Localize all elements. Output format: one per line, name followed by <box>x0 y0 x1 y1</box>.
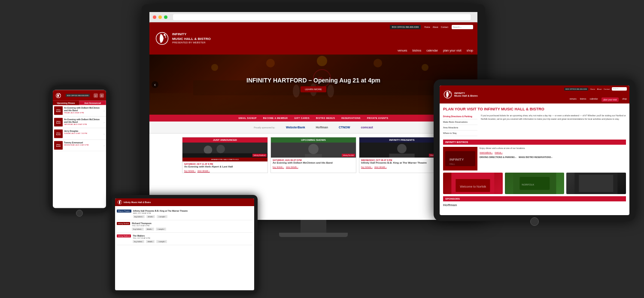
subnav-member[interactable]: BECOME A MEMBER <box>263 117 288 119</box>
topbar-link-about[interactable]: About <box>433 26 438 28</box>
tablet-topbar-about[interactable]: About <box>597 88 601 90</box>
tablet-bistro-text: Enjoy dinner and a show at one of our lo… <box>480 147 626 149</box>
tablet-sponsors-header: SPONSORS <box>443 196 626 201</box>
phone-show-arrow-2[interactable]: › <box>103 118 105 127</box>
tablet-home-button[interactable] <box>530 217 539 226</box>
site-header: INFINITYMusic Hall & Bistropresented by … <box>149 22 477 55</box>
tablet-nav-calendar[interactable]: calendar <box>589 97 598 102</box>
phone-show-arrow-3[interactable]: › <box>103 130 105 138</box>
st-details-btn-3[interactable]: details › <box>146 240 155 243</box>
nav-venues[interactable]: venues <box>398 49 407 52</box>
svg-rect-25 <box>305 154 322 158</box>
st-item-date-2: THU, OCT 09 AT 8 PM <box>132 225 252 227</box>
event-view-btn-2[interactable]: view details › <box>286 166 298 168</box>
browser-maximize-dot[interactable] <box>164 15 167 19</box>
phone-home-button[interactable] <box>76 210 83 217</box>
event-title-1: An Evening with Herb Alpert & Lani Hall <box>184 165 266 168</box>
tablet-nav-shop[interactable]: shop <box>622 97 627 102</box>
phone-search-icon[interactable]: ⌕ <box>94 93 98 97</box>
tablet-bottom-links: DRIVING DIRECTIONS & PARKING › MAKE BIST… <box>480 156 626 158</box>
event-card-header-3: INFINITY PRESENTS <box>359 137 444 143</box>
tablet-menus-btn[interactable]: menus › <box>495 151 502 154</box>
topbar-search[interactable]: Search ⌕ <box>452 25 473 29</box>
nav-calendar[interactable]: calendar <box>426 49 438 52</box>
subnav-reservations[interactable]: RESERVATIONS <box>341 117 361 119</box>
event-view-btn-1[interactable]: view details › <box>197 170 210 172</box>
tablet-topbar-home[interactable]: Home <box>590 88 595 90</box>
st-sample-btn-1[interactable]: ♪ sample › <box>157 215 167 218</box>
browser-address-bar[interactable] <box>173 14 471 20</box>
monitor-screen: INFINITYMusic Hall & Bistropresented by … <box>149 22 477 220</box>
st-buy-btn-1[interactable]: buy tickets › <box>133 215 145 218</box>
phone-show-thumb-1: InfinityNorfolk <box>54 106 63 115</box>
phone-show-info-4: Tommy Emmanuel WEDNESDAY, AUG 13 AT 8 PM <box>64 141 102 150</box>
tablet-topbar-contact[interactable]: Contact <box>604 88 610 90</box>
tablet-sidebar-stay[interactable]: Where to Stay <box>443 131 477 136</box>
tablet-bistro-image: INFINITY HALL <box>443 147 477 170</box>
svg-point-27 <box>397 144 407 153</box>
nav-plan[interactable]: plan your visit <box>443 49 462 52</box>
tablet-logo-text: INFINITYMusic Hall & Bistro <box>454 92 478 97</box>
event-buy-btn-3[interactable]: buy tickets › <box>361 166 373 168</box>
event-buy-btn-1[interactable]: buy tickets › <box>184 170 196 172</box>
st-sample-btn-2[interactable]: ♪ sample › <box>156 228 166 231</box>
event-view-btn-3[interactable]: view details › <box>374 166 387 168</box>
tablet-bistro-reservations-link[interactable]: MAKE BISTRO RESERVATIONS › <box>519 156 552 158</box>
event-buy-btn-2[interactable]: buy tickets › <box>273 166 284 168</box>
topbar-link-contact[interactable]: Contact <box>441 26 448 28</box>
st-item-info-2: Richard Thompson THU, OCT 09 AT 8 PM buy… <box>132 222 252 231</box>
st-item-2: Infinity Norfolk Richard Thompson THU, O… <box>117 220 252 233</box>
st-details-btn-2[interactable]: details › <box>146 228 154 231</box>
st-details-btn-1[interactable]: details › <box>146 215 155 218</box>
phone-show-item-4[interactable]: InfinityNorfolk Tommy Emmanuel WEDNESDAY… <box>53 140 106 152</box>
subnav-email[interactable]: EMAIL SIGNUP <box>239 117 257 119</box>
tablet-nav-plan[interactable]: plan your visit <box>601 97 619 102</box>
small-tablet-screen: Infinity Music Hall & Bistro Warner Thea… <box>115 198 254 290</box>
browser-minimize-dot[interactable] <box>158 15 162 19</box>
phone-show-list: InfinityNorfolk An Evening with Delbert … <box>53 105 106 152</box>
event-card-upcoming: UPCOMING SHOWS Infinity Norfolk SATURDAY… <box>270 137 356 173</box>
event-card-body-3: WEDNESDAY, OCT 08 AT 8 PM Infinity Hall … <box>359 158 444 170</box>
tablet-topbar: BOX OFFICE 866.666.6306 Home About Conta… <box>564 87 627 91</box>
tablet-reservations-btn[interactable]: reservations › <box>480 151 492 154</box>
nav-shop[interactable]: shop <box>467 49 473 52</box>
phone-tab-announced[interactable]: Just Announced <box>79 101 106 105</box>
hero-cta-button[interactable]: LEARN MORE <box>301 86 326 92</box>
browser-close-dot[interactable] <box>153 15 156 19</box>
phone-show-item-2[interactable]: InfinityNorfolk An Evening with Delbert … <box>53 117 106 128</box>
tablet-directions-link[interactable]: DRIVING DIRECTIONS & PARKING › <box>480 156 516 158</box>
topbar-link-home[interactable]: Home <box>424 26 430 28</box>
st-buy-btn-2[interactable]: buy tickets › <box>132 228 143 231</box>
tablet-sidebar-directions[interactable]: Driving Directions & Parking <box>443 114 477 119</box>
phone-show-arrow-1[interactable]: › <box>103 106 105 115</box>
nav-bistros[interactable]: bistros <box>413 49 422 52</box>
phone-show-arrow-4[interactable]: › <box>103 141 105 150</box>
st-sample-btn-3[interactable]: ♪ sample › <box>156 240 167 243</box>
svg-text:INFINITY: INFINITY <box>450 158 464 161</box>
events-row: JUST ANNOUNCED Infinity Hartford MEMBER … <box>149 134 477 176</box>
phone-show-info-1: An Evening with Delbert McClinton and Hi… <box>64 106 102 115</box>
event-card-image-2: Infinity Norfolk <box>271 143 356 158</box>
st-item-3: Infinity Hartford The Wailers THU, OCT 0… <box>117 233 252 245</box>
tablet-nav-venues[interactable]: venues <box>570 97 577 102</box>
phone-show-item-1[interactable]: InfinityNorfolk An Evening with Delbert … <box>53 105 106 117</box>
tablet-nav-bistros[interactable]: bistros <box>580 97 586 102</box>
tablet-sidebar-reservations[interactable]: Make Bistro Reservations <box>443 119 477 125</box>
svg-point-31 <box>450 93 450 94</box>
tablet-sponsor-logo: Hoffman <box>443 203 626 207</box>
svg-point-45 <box>120 201 121 201</box>
phone-menu-icon[interactable]: ≡ <box>100 93 104 97</box>
tablet-sidebar-attractions[interactable]: Area Attractions <box>443 125 477 131</box>
st-badge-2: Infinity Norfolk <box>117 222 130 225</box>
site-hero: ∞ INFINITY HARTFORD – Opening Aug 21 at … <box>149 55 477 115</box>
subnav-events[interactable]: PRIVATE EVENTS <box>367 117 388 119</box>
phone-show-item-3[interactable]: InfinityNorfolk Jerry Douglas SUNDAY, AU… <box>53 128 106 140</box>
tablet-search-input[interactable]: Search ⌕ <box>612 87 627 91</box>
subnav-menus[interactable]: BISTRO MENUS <box>316 117 335 119</box>
subnav-gift[interactable]: GIFT CARDS <box>294 117 310 119</box>
svg-rect-28 <box>389 154 414 158</box>
st-buy-btn-3[interactable]: buy tickets › <box>133 240 144 243</box>
phone-tab-upcoming[interactable]: Upcoming Shows <box>53 101 79 105</box>
hero-prev-button[interactable]: ‹ <box>152 81 158 88</box>
site-subnav: EMAIL SIGNUP BECOME A MEMBER GIFT CARDS … <box>149 115 477 122</box>
